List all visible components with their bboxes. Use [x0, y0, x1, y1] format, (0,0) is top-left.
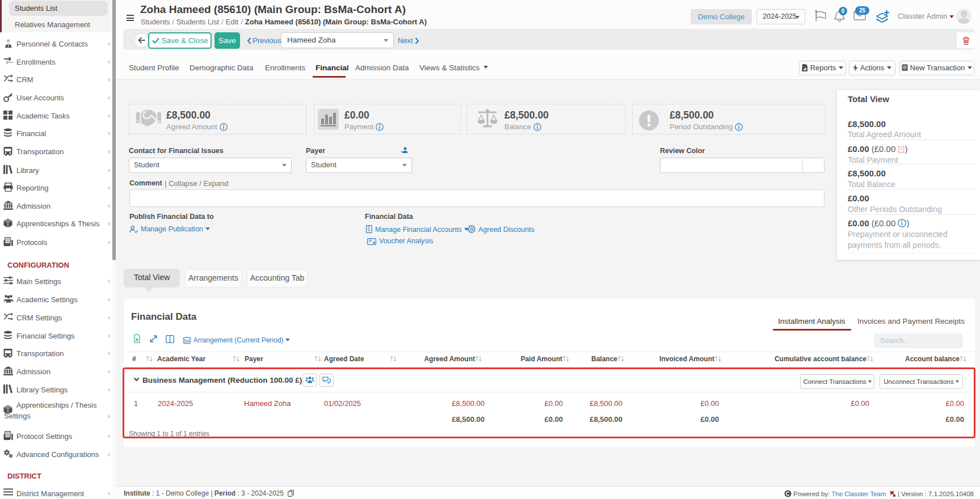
svg-text:£: £ [368, 225, 369, 229]
